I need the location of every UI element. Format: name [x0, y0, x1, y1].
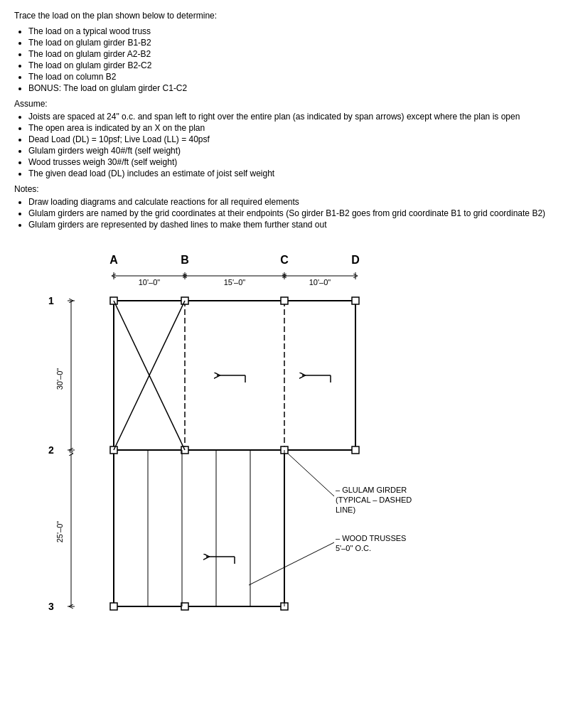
notes-item-3: Glulam girders are represented by dashed… [28, 220, 559, 230]
notes-item-2: Glulam girders are named by the grid coo… [28, 208, 559, 218]
dim-ab-label: 10'–0" [139, 278, 161, 287]
col-label-a: A [109, 254, 118, 266]
glulam-label-line2: (TYPICAL – DASHED [336, 496, 412, 504]
dim-row12-label: 30'–0" [55, 368, 64, 390]
col-label-b: B [181, 254, 189, 266]
row-label-1: 1 [48, 295, 54, 306]
assume-label: Assume: [14, 99, 559, 109]
assume-list: Joists are spaced at 24" o.c. and span l… [28, 112, 559, 178]
col-label-d: D [351, 254, 360, 266]
node-d2 [352, 446, 359, 454]
node-d1 [352, 297, 359, 304]
dim-row23-label: 25'–0" [55, 521, 64, 543]
notes-list: Draw loading diagrams and calculate reac… [28, 197, 559, 230]
intro-item-4: The load on glulam girder B2-C2 [28, 60, 559, 70]
assume-item-5: Wood trusses weigh 30#/ft (self weight) [28, 157, 559, 167]
glulam-label-line3: LINE) [336, 505, 355, 514]
row-label-3: 3 [48, 601, 54, 612]
intro-trace-text: Trace the load on the plan shown below t… [14, 11, 559, 21]
node-c1 [281, 297, 288, 304]
intro-item-6: BONUS: The load on glulam girder C1-C2 [28, 83, 559, 93]
truss-label-line2: 5'–0" O.C. [336, 544, 371, 552]
assume-item-6: The given dead load (DL) includes an est… [28, 168, 559, 178]
plan-diagram: A B C D 1 2 3 10'–0" 15'–0" 10'–0" 30'–0… [36, 244, 434, 663]
col-label-c: C [280, 254, 289, 266]
intro-item-1: The load on a typical wood truss [28, 26, 559, 36]
glulam-label-line1: – GLULAM GIRDER [336, 486, 407, 494]
notes-item-1: Draw loading diagrams and calculate reac… [28, 197, 559, 207]
dim-bc-label: 15'–0" [224, 278, 246, 287]
lower-rect [114, 450, 284, 606]
assume-item-2: The open area is indicated by an X on th… [28, 123, 559, 133]
intro-item-3: The load on glulam girder A2-B2 [28, 49, 559, 59]
leader-trusses [249, 542, 334, 585]
leader-glulam [288, 454, 334, 496]
assume-item-4: Glulam girders weigh 40#/ft (self weight… [28, 146, 559, 156]
assume-item-1: Joists are spaced at 24" o.c. and span l… [28, 112, 559, 122]
intro-item-2: The load on glulam girder B1-B2 [28, 38, 559, 48]
truss-label-line1: – WOOD TRUSSES [336, 534, 406, 542]
row-label-2: 2 [48, 444, 54, 456]
node-a3 [110, 603, 117, 610]
dim-cd-label: 10'–0" [309, 278, 331, 287]
notes-label: Notes: [14, 184, 559, 194]
intro-item-5: The load on column B2 [28, 72, 559, 82]
intro-list: The load on a typical wood truss The loa… [28, 26, 559, 93]
floor-plan-svg: A B C D 1 2 3 10'–0" 15'–0" 10'–0" 30'–0… [36, 244, 434, 663]
assume-item-3: Dead Load (DL) = 10psf; Live Load (LL) =… [28, 134, 559, 144]
